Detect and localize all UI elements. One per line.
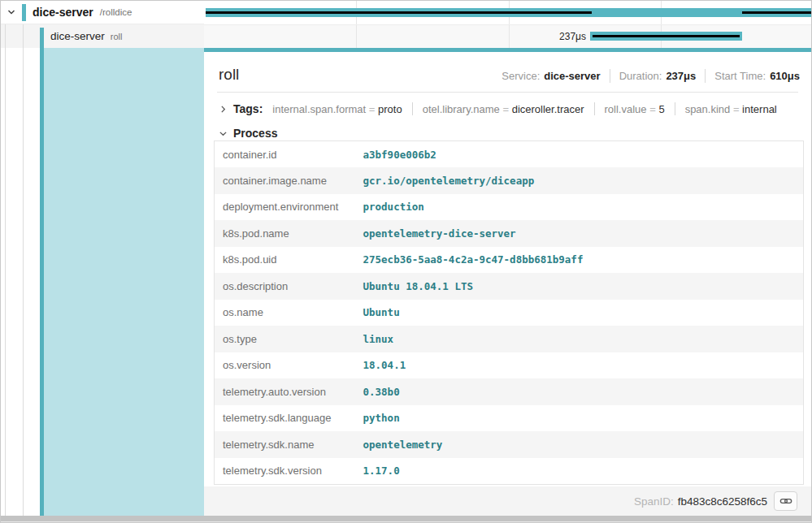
span-id-label: SpanID:	[634, 495, 674, 508]
process-row: k8s.pod.uid275ecb36-5aa8-4c2a-9c47-d8bb6…	[215, 247, 804, 274]
service-color-bar	[22, 4, 26, 21]
chevron-right-icon	[219, 105, 228, 114]
process-row: os.descriptionUbuntu 18.04.1 LTS	[215, 273, 804, 300]
span-overview-stats: Service: dice-server Duration: 237μs Sta…	[502, 69, 800, 83]
process-row: os.typelinux	[215, 326, 804, 352]
tags-summary: internal.span.formatproto otel.library.n…	[272, 102, 776, 115]
span-detail-footer: SpanID: fb483c8c6258f6c5	[204, 486, 811, 516]
span-bar-roll[interactable]	[590, 32, 742, 41]
span-service-name: dice-server	[50, 30, 105, 42]
process-key: telemetry.sdk.name	[215, 431, 359, 458]
tags-section-toggle[interactable]: Tags: internal.span.formatproto otel.lib…	[219, 99, 777, 119]
span-duration-label: 237μs	[525, 31, 586, 42]
process-key: telemetry.auto.version	[215, 378, 359, 405]
process-value: Ubuntu 18.04.1 LTS	[359, 273, 804, 300]
span-row-rolldice[interactable]: dice-server /rolldice	[1, 1, 204, 24]
process-value: opentelemetry	[359, 431, 804, 458]
deep-link-button[interactable]	[774, 491, 797, 511]
process-value: gcr.io/opentelemetry/diceapp	[359, 167, 804, 194]
indent-guide-line	[5, 24, 6, 516]
process-row: k8s.pod.nameopentelemetry-dice-server	[215, 220, 804, 247]
window-bottom-edge	[1, 516, 811, 523]
start-time-value: 610μs	[770, 70, 800, 82]
timeline-area: 237μs	[204, 1, 812, 48]
process-key: deployment.environment	[215, 194, 359, 221]
process-key: container.id	[215, 141, 359, 168]
process-row: container.image.namegcr.io/opentelemetry…	[215, 167, 804, 194]
process-value: production	[359, 194, 804, 221]
process-value: Ubuntu	[359, 300, 804, 326]
span-id-value: fb483c8c6258f6c5	[678, 495, 767, 508]
process-value: 275ecb36-5aa8-4c2a-9c47-d8bb681b9aff	[359, 247, 804, 274]
process-key: container.image.name	[215, 167, 359, 194]
tag-key: span.kind	[685, 103, 742, 115]
process-value: 18.04.1	[359, 352, 804, 379]
process-value: python	[359, 405, 804, 432]
span-detail-panel: roll Service: dice-server Duration: 237μ…	[204, 52, 811, 486]
process-row: deployment.environmentproduction	[215, 194, 804, 221]
process-key: telemetry.sdk.language	[215, 405, 359, 432]
process-row: container.ida3bf90e006b2	[215, 141, 804, 168]
process-row: telemetry.auto.version0.38b0	[215, 378, 804, 405]
span-operation-name: roll	[111, 32, 123, 41]
process-row: telemetry.sdk.languagepython	[215, 405, 804, 432]
process-section-label: Process	[233, 127, 277, 140]
tag-value: proto	[378, 103, 402, 115]
process-row: os.version18.04.1	[215, 352, 804, 379]
collapse-chevron-down-icon[interactable]	[7, 7, 16, 17]
process-row: os.nameUbuntu	[215, 300, 804, 326]
span-bar-stripe	[206, 11, 592, 14]
tags-section-label: Tags:	[233, 102, 263, 115]
indent-guide-line	[23, 24, 24, 516]
process-value: 0.38b0	[359, 378, 804, 405]
span-detail-title: roll	[219, 66, 239, 84]
span-bar-stripe	[593, 35, 740, 37]
process-key: k8s.pod.uid	[215, 247, 359, 274]
process-key: os.version	[215, 352, 359, 379]
process-key: k8s.pod.name	[215, 220, 359, 247]
divider	[594, 102, 595, 115]
divider	[610, 69, 610, 83]
header-divider	[217, 92, 798, 93]
link-icon	[779, 495, 792, 508]
process-key: os.description	[215, 273, 359, 300]
process-key: os.name	[215, 300, 359, 326]
tag-value: internal	[742, 103, 777, 115]
tag-key: roll.value	[605, 103, 659, 115]
span-service-name: dice-server	[33, 6, 93, 19]
start-time-label: Start Time:	[714, 70, 766, 82]
process-table: container.ida3bf90e006b2 container.image…	[214, 140, 804, 485]
selected-span-accent-strip	[40, 28, 44, 516]
tag-value: diceroller.tracer	[512, 103, 584, 115]
service-value: dice-server	[544, 70, 600, 82]
process-key: telemetry.sdk.version	[215, 458, 359, 485]
process-value: 1.17.0	[359, 458, 804, 485]
process-value: a3bf90e006b2	[359, 141, 804, 168]
process-row: telemetry.sdk.nameopentelemetry	[215, 431, 804, 458]
span-row-roll-selected[interactable]: dice-server roll	[1, 24, 204, 48]
process-row: telemetry.sdk.version1.17.0	[215, 458, 804, 485]
detail-panel-accent-border	[204, 48, 812, 52]
divider	[675, 102, 675, 115]
span-operation-name: /rolldice	[100, 7, 132, 17]
process-value: linux	[359, 326, 804, 352]
tag-key: internal.span.format	[272, 103, 378, 115]
process-key: os.type	[215, 326, 359, 352]
duration-value: 237μs	[666, 70, 696, 82]
divider	[705, 69, 706, 83]
row-separator	[204, 24, 812, 25]
duration-label: Duration:	[619, 70, 662, 82]
span-bar-rolldice[interactable]	[206, 8, 811, 17]
span-bar-stripe	[742, 11, 811, 14]
service-label: Service:	[502, 70, 540, 82]
process-value: opentelemetry-dice-server	[359, 220, 804, 247]
selected-span-highlight-block	[44, 48, 204, 516]
tag-value: 5	[658, 103, 664, 115]
chevron-down-icon	[219, 129, 228, 138]
divider	[412, 102, 413, 115]
tag-key: otel.library.name	[423, 103, 512, 115]
trace-detail-window: dice-server /rolldice dice-server roll 2…	[0, 0, 812, 523]
